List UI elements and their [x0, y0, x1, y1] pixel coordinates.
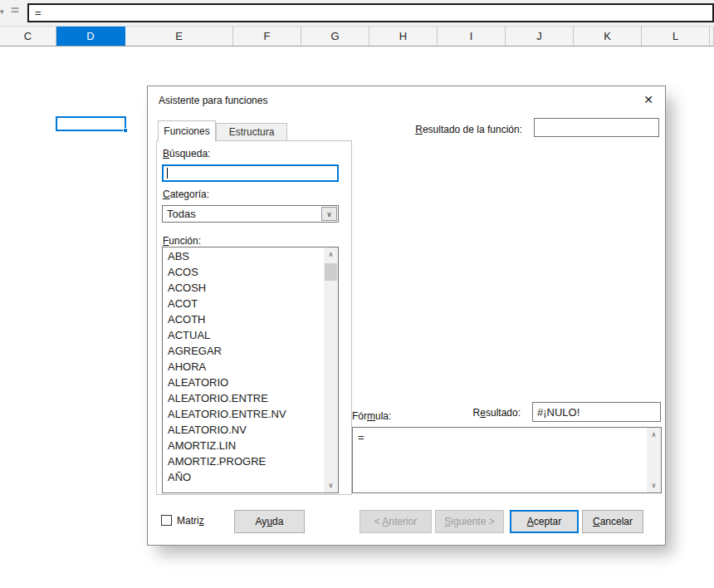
column-header[interactable]: H [369, 27, 438, 46]
category-label: Categoría: [163, 189, 209, 200]
function-label: Función: [163, 235, 201, 247]
result-value: #¡NULO! [537, 406, 580, 419]
function-list-item[interactable]: ACOS [163, 264, 324, 280]
column-header[interactable]: L [642, 27, 710, 46]
dialog-title: Asistente para funciones [159, 95, 267, 106]
app-window: ▾ = = CDEFGHIJKL Asistente para funcione… [0, 0, 714, 588]
function-list-item[interactable]: ACOT [163, 296, 324, 311]
function-wizard-dialog: Asistente para funciones ✕ Funciones Est… [147, 86, 666, 546]
formula-input-value: = [35, 7, 42, 19]
search-label: Búsqueda: [163, 148, 210, 159]
function-list-item[interactable]: AHORA [163, 359, 324, 375]
matrix-checkbox[interactable] [161, 515, 172, 526]
result-label: Resultado: [473, 407, 521, 419]
scroll-up-icon[interactable]: ∧ [324, 247, 338, 262]
column-header[interactable] [710, 27, 714, 46]
column-header[interactable]: F [233, 27, 301, 46]
matrix-label: Matriz [177, 515, 204, 527]
function-list-item[interactable]: ACOSH [163, 280, 324, 296]
column-header[interactable]: D [56, 27, 125, 46]
function-list-scrollbar[interactable]: ∧ ∨ [324, 247, 338, 492]
function-list-item[interactable]: AMORTIZ.PROGRE [163, 453, 324, 469]
tab-funciones-label: Funciones [164, 125, 209, 137]
formula-textarea-value: = [358, 431, 364, 443]
formula-textarea[interactable]: = ∧ ∨ [352, 427, 662, 493]
category-select[interactable]: Todas ∨ [162, 205, 339, 223]
tab-funciones[interactable]: Funciones [158, 120, 216, 141]
tab-estructura[interactable]: Estructura [216, 123, 287, 140]
function-list-item[interactable]: AÑO [163, 469, 324, 485]
formula-label: Fórmula: [352, 410, 391, 422]
result-field[interactable]: #¡NULO! [532, 402, 661, 422]
selected-cell[interactable] [56, 116, 126, 131]
cell-fill-handle[interactable] [123, 128, 128, 133]
tab-estructura-label: Estructura [229, 126, 275, 138]
function-list-item[interactable]: ALEATORIO [163, 375, 324, 390]
column-header[interactable]: I [438, 27, 506, 46]
text-caret [167, 168, 168, 179]
formula-scrollbar[interactable]: ∧ ∨ [647, 428, 661, 492]
formula-input[interactable]: = [27, 3, 714, 22]
function-list-item[interactable]: ACTUAL [163, 327, 324, 343]
function-list-item[interactable]: AGREGAR [163, 343, 324, 359]
function-list-item[interactable]: ABS [163, 248, 324, 264]
formula-bar: ▾ = = [0, 0, 714, 26]
help-button[interactable]: Ayuda [234, 510, 305, 533]
cancel-button[interactable]: Cancelar [582, 510, 643, 533]
function-list-item[interactable]: ALEATORIO.NV [163, 422, 324, 438]
scroll-down-icon[interactable]: ∨ [647, 478, 661, 492]
function-list-item[interactable]: ALEATORIO.ENTRE [163, 390, 324, 406]
scroll-down-icon[interactable]: ∨ [324, 478, 338, 492]
column-header[interactable]: E [125, 27, 233, 46]
function-listbox: ABSACOSACOSHACOTACOTHACTUALAGREGARAHORAA… [162, 247, 339, 493]
column-header[interactable]: J [506, 27, 574, 46]
function-list-item[interactable]: ALEATORIO.ENTRE.NV [163, 406, 324, 422]
category-selected-value: Todas [167, 208, 196, 220]
scroll-up-icon[interactable]: ∧ [647, 428, 661, 442]
chevron-down-icon[interactable]: ∨ [321, 207, 337, 221]
next-button[interactable]: Siguiente > [435, 510, 504, 533]
column-header[interactable]: K [574, 27, 642, 46]
function-list-item[interactable]: AMORTIZ.LIN [163, 438, 324, 453]
back-button[interactable]: < Anterior [359, 510, 432, 533]
column-header[interactable]: C [0, 27, 56, 46]
name-box-dropdown-icon[interactable]: ▾ [0, 7, 4, 16]
function-list-item[interactable]: ACOTH [163, 311, 324, 327]
column-header[interactable]: G [301, 27, 369, 46]
ok-button[interactable]: Aceptar [510, 510, 579, 533]
column-headers: CDEFGHIJKL [0, 26, 714, 47]
scrollbar-thumb[interactable] [325, 263, 337, 281]
formula-equals-icon[interactable]: = [11, 2, 19, 19]
function-list: ABSACOSACOSHACOTACOTHACTUALAGREGARAHORAA… [163, 248, 324, 485]
function-result-label: Resultado de la función: [415, 124, 522, 135]
search-input[interactable] [162, 164, 339, 182]
close-icon[interactable]: ✕ [641, 92, 656, 107]
function-result-field[interactable] [534, 118, 659, 137]
